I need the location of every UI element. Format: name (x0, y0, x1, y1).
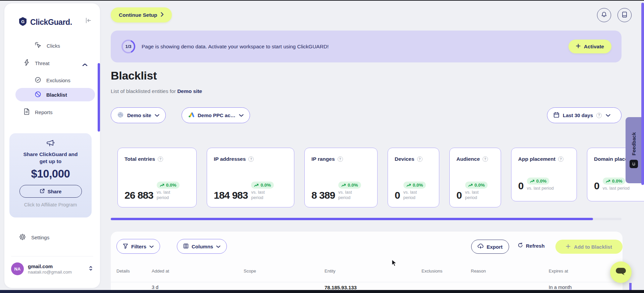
sidebar-item-reports[interactable]: Reports (23, 108, 53, 116)
sidebar-item-label: Reports (35, 109, 53, 115)
blacklist-table-card: Filters Columns Export Refresh (111, 232, 623, 293)
site-selector-value: Demo site (127, 112, 151, 118)
ppc-account-selector[interactable]: Demo PPC ac… (182, 107, 250, 123)
continue-setup-button[interactable]: Continue Setup (111, 7, 172, 22)
cell-added-at: 3 d (152, 285, 244, 290)
affiliate-promo-card: Share ClickGuard and get up to $10,000 S… (9, 133, 92, 217)
sidebar-item-clicks[interactable]: Clicks (35, 42, 60, 50)
sidebar-divider (11, 256, 93, 256)
sidebar-item-label: Blacklist (46, 92, 67, 98)
stat-value: 0 (456, 190, 462, 200)
demo-data-banner: 1/3 Page is showing demo data. Activate … (111, 31, 622, 62)
stat-value: 184 983 (214, 190, 248, 200)
stat-card-audience: Audience? 0 0.0% vs. last period (449, 148, 501, 207)
promo-footnote[interactable]: Click to Affiliate Program (9, 202, 92, 207)
feedback-tab[interactable]: Feedback (626, 117, 642, 183)
sidebar-scrollbar[interactable] (98, 63, 100, 132)
page-scrollbar-thumb[interactable] (641, 3, 644, 185)
stat-vs-label: vs. last period (527, 186, 554, 191)
chat-widget-button[interactable] (610, 261, 632, 283)
no-entry-icon (35, 91, 41, 99)
notifications-button[interactable] (597, 8, 611, 22)
stat-vs-label: vs. last period (603, 186, 630, 191)
subtitle-site-name: Demo site (177, 88, 202, 94)
filter-icon (123, 243, 128, 250)
help-icon[interactable]: ? (417, 156, 423, 162)
chevron-up-icon[interactable] (82, 62, 88, 68)
calendar-icon (553, 112, 559, 119)
logo-wordmark: ClickGuard. (30, 18, 72, 27)
help-icon[interactable]: ? (596, 113, 602, 118)
column-header-expires-at[interactable]: Expires at (549, 268, 616, 274)
filters-button[interactable]: Filters (116, 239, 160, 254)
stat-vs-label: vs. last period (251, 190, 270, 200)
stat-card-ip-addresses: IP addresses? 184 983 0.0% vs. last peri… (207, 148, 294, 207)
stats-row: Total entries? 26 883 0.0% vs. last peri… (117, 148, 644, 207)
columns-icon (183, 243, 189, 250)
stat-label: IP ranges (311, 156, 335, 162)
cursor-click-icon (35, 42, 42, 50)
sidebar-item-label: Threat (35, 60, 49, 66)
account-switcher[interactable]: NA gmail.com naatali.ro@gmail.com (11, 262, 93, 275)
refresh-button[interactable]: Refresh (517, 242, 545, 249)
column-header-exclusions[interactable]: Exclusions (422, 268, 471, 274)
app-window: G ClickGuard. Clicks Threat Exclu (0, 0, 644, 293)
sidebar-item-settings[interactable]: Settings (19, 234, 49, 241)
account-email: naatali.ro@gmail.com (28, 270, 72, 275)
activate-button[interactable]: Activate (568, 40, 611, 53)
logo-shield-icon: G (18, 17, 27, 28)
chevron-right-icon (161, 12, 164, 18)
filters-label: Filters (131, 244, 146, 249)
stat-value: 0 (395, 190, 400, 200)
sidebar-item-label: Settings (31, 235, 49, 240)
logo[interactable]: G ClickGuard. (18, 17, 72, 28)
help-icon[interactable]: ? (338, 156, 343, 162)
export-label: Export (487, 244, 503, 250)
subtitle-prefix: List of blacklisted entities for (111, 88, 177, 94)
chat-bubble-icon (615, 267, 627, 278)
cards-scrollbar-thumb[interactable] (111, 218, 593, 220)
column-header-scope[interactable]: Scope (244, 268, 325, 274)
chevron-up-down-icon (88, 265, 93, 273)
promo-text-line2: get up to (9, 158, 92, 165)
trend-badge: 0.0% (251, 182, 274, 189)
trend-badge: 0.0% (527, 178, 550, 185)
site-selector[interactable]: Demo site (111, 107, 166, 123)
sidebar-item-threat[interactable]: Threat (23, 59, 49, 67)
stat-vs-label: vs. last period (157, 190, 176, 200)
column-header-reason[interactable]: Reason (471, 268, 549, 274)
sidebar-item-blacklist[interactable]: Blacklist (15, 88, 95, 101)
stat-label: Audience (456, 156, 480, 162)
export-button[interactable]: Export (471, 240, 509, 254)
stat-vs-label: vs. last period (338, 190, 357, 200)
column-header-added-at[interactable]: Added at (152, 268, 244, 274)
date-range-selector[interactable]: Last 30 days ? (547, 107, 622, 123)
page-subtitle: List of blacklisted entities for Demo si… (111, 88, 202, 94)
badge-check-icon (35, 77, 41, 84)
sidebar-collapse-icon[interactable] (85, 17, 92, 25)
cards-scrollbar-track[interactable] (111, 218, 622, 220)
help-icon[interactable]: ? (483, 156, 488, 162)
help-icon[interactable]: ? (248, 156, 254, 162)
cell-expires-at: In a month (549, 285, 616, 290)
stat-vs-label: vs. last period (465, 190, 484, 200)
sidebar-item-exclusions[interactable]: Exclusions (35, 77, 70, 84)
column-header-entity[interactable]: Entity (325, 268, 422, 274)
cloud-download-icon (478, 244, 484, 250)
help-icon[interactable]: ? (558, 156, 563, 162)
column-header-details[interactable]: Details (116, 268, 152, 274)
avatar: NA (11, 262, 24, 275)
share-button[interactable]: Share (19, 185, 82, 198)
add-to-blacklist-button[interactable]: Add to Blacklist (555, 240, 623, 254)
workspace-name: gmail.com (28, 263, 72, 269)
columns-button[interactable]: Columns (177, 239, 227, 254)
document-icon (23, 108, 30, 116)
globe-icon (117, 111, 124, 119)
feedback-label: Feedback (631, 132, 637, 155)
table-row[interactable]: 3 d 78.185.93.133 In a month (116, 285, 616, 290)
setup-progress-step: 1/3 (121, 39, 136, 54)
refresh-label: Refresh (526, 243, 545, 249)
help-icon[interactable]: ? (158, 156, 163, 162)
docs-button[interactable] (617, 8, 632, 22)
plus-icon (566, 244, 571, 250)
